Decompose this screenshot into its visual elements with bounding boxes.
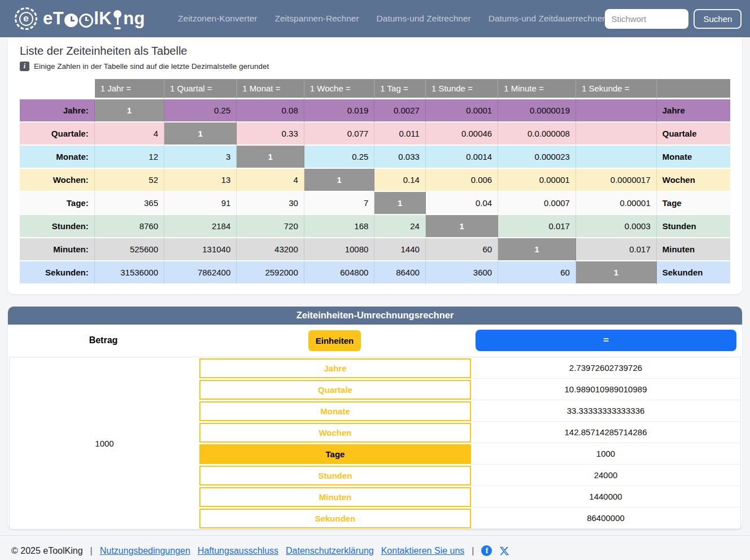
logo[interactable]: e eT lK ng (15, 7, 145, 30)
value-cell: 91 (164, 192, 237, 215)
converter-table: 1000 Jahre2.73972602739726Quartale10.989… (9, 357, 741, 530)
unit-option-monate[interactable]: Monate (199, 400, 471, 422)
nav-zeitzonen-konverter[interactable]: Zeitzonen-Konverter (178, 14, 257, 24)
nav-zeitspannen-rechner[interactable]: Zeitspannen-Rechner (275, 14, 359, 24)
units-row-quartale: Quartale:410.330.0770.0110.000460.0.0000… (20, 123, 730, 146)
facebook-icon[interactable]: f (481, 545, 492, 556)
search-button[interactable]: Suchen (694, 9, 742, 29)
value-cell: 0.33 (237, 123, 304, 146)
units-header-button[interactable]: Einheiten (308, 330, 361, 351)
value-cell (576, 99, 657, 123)
amount-value-field[interactable]: 1000 (10, 357, 199, 529)
value-cell: 0.0027 (374, 99, 426, 123)
link-kontaktieren-sie-uns[interactable]: Kontaktieren Sie uns (381, 546, 465, 556)
value-cell: 2184 (164, 215, 237, 238)
rounding-note: i Einige Zahlen in der Tabelle sind auf … (20, 62, 730, 71)
value-cell: 10080 (304, 238, 375, 261)
value-cell: 0.25 (304, 146, 375, 169)
unit-option-tage[interactable]: Tage (199, 443, 471, 465)
unit-option-stunden[interactable]: Stunden (199, 465, 471, 486)
units-row-minuten: Minuten:525600131040432001008014406010.0… (20, 238, 730, 261)
unit-option-quartale[interactable]: Quartale (199, 379, 471, 400)
row-label: Sekunden: (20, 261, 95, 285)
diagonal-cell: 1 (576, 261, 657, 285)
value-cell: 0.0014 (426, 146, 498, 169)
unit-label: Tage (657, 192, 730, 215)
column-header: 1 Woche = (304, 79, 375, 99)
value-cell: 13 (164, 169, 237, 192)
value-cell: 525600 (95, 238, 164, 261)
value-cell: 60 (426, 238, 498, 261)
unit-option-minuten[interactable]: Minuten (199, 486, 471, 508)
clock-filled-icon (64, 14, 78, 27)
row-label: Monate: (20, 146, 95, 169)
separator: | (472, 546, 474, 556)
value-cell: 52 (95, 169, 164, 192)
value-cell: 30 (237, 192, 304, 215)
unit-option-sekunden[interactable]: Sekunden (199, 508, 471, 529)
column-header: 1 Jahr = (95, 79, 164, 99)
column-header: 1 Minute = (498, 79, 576, 99)
value-cell: 0.00001 (576, 192, 657, 215)
unit-option-jahre[interactable]: Jahre (199, 357, 471, 379)
value-cell: 604800 (304, 261, 375, 285)
value-cell: 0.017 (498, 215, 576, 238)
units-row-wochen: Wochen:5213410.140.0060.000010.0000017Wo… (20, 169, 730, 192)
unit-label: Stunden (657, 215, 730, 238)
row-label: Jahre: (20, 99, 95, 123)
copyright-text: © 2025 eToolKing (11, 546, 83, 556)
right-header-cell (657, 79, 730, 99)
link-datenschutzerklaerung[interactable]: Datenschutzerklärung (286, 546, 374, 556)
link-nutzungsbedingungen[interactable]: Nutzungsbedingungen (100, 546, 190, 556)
brand-part: lK (94, 8, 112, 29)
converter-controls: Betrag Einheiten = (8, 325, 742, 357)
value-cell: 86400 (374, 261, 426, 285)
top-navbar: e eT lK ng Zeitzonen-Konverter Zeitspann… (0, 0, 750, 37)
row-label: Wochen: (20, 169, 95, 192)
column-header: 1 Tag = (374, 79, 426, 99)
nav-datums-und-zeitrechner[interactable]: Datums-und Zeitrechner (377, 14, 471, 24)
result-wochen: 142.85714285714286 (471, 422, 740, 443)
unit-label: Monate (657, 146, 730, 169)
units-table: 1 Jahr =1 Quartal =1 Monat =1 Woche =1 T… (20, 79, 730, 285)
value-cell: 1440 (374, 238, 426, 261)
value-cell: 31536000 (95, 261, 164, 285)
search-input[interactable] (605, 9, 688, 29)
result-monate: 33.33333333333336 (471, 400, 740, 422)
value-cell: 8760 (95, 215, 164, 238)
x-twitter-icon[interactable] (499, 546, 509, 556)
link-haftungsausschluss[interactable]: Haftungsausschluss (198, 546, 278, 556)
diagonal-cell: 1 (304, 169, 375, 192)
footer: © 2025 eToolKing | Nutzungsbedingungen H… (0, 535, 750, 560)
nav-datums-und-zeitdauerrechner[interactable]: Datums-und Zeitdauerrechner (489, 14, 605, 24)
value-cell: 0.0000017 (576, 169, 657, 192)
result-minuten: 1440000 (471, 486, 740, 508)
value-cell: 0.0.000008 (498, 123, 576, 146)
row-label: Minuten: (20, 238, 95, 261)
value-cell: 0.04 (426, 192, 498, 215)
value-cell: 43200 (237, 238, 304, 261)
unit-option-wochen[interactable]: Wochen (199, 422, 471, 443)
value-cell: 0.0000019 (498, 99, 576, 123)
diagonal-cell: 1 (374, 192, 426, 215)
row-label: Stunden: (20, 215, 95, 238)
value-cell: 0.00046 (426, 123, 498, 146)
diagonal-cell: 1 (237, 146, 304, 169)
value-cell: 0.017 (576, 238, 657, 261)
converter-title-bar: Zeiteinheiten-Umrechnungsrechner (8, 307, 742, 325)
value-cell: 4 (95, 123, 164, 146)
value-cell: 0.006 (426, 169, 498, 192)
amount-label: Betrag (8, 335, 199, 345)
value-cell: 168 (304, 215, 375, 238)
search-area: Suchen (605, 9, 742, 29)
value-cell: 0.000023 (498, 146, 576, 169)
clock-outline-icon (79, 14, 93, 28)
diagonal-cell: 1 (426, 215, 498, 238)
info-icon: i (20, 62, 29, 71)
equals-button[interactable]: = (476, 330, 736, 351)
corner-header-cell (20, 79, 95, 99)
value-cell: 0.00001 (498, 169, 576, 192)
value-cell: 3600 (426, 261, 498, 285)
result-jahre: 2.73972602739726 (471, 357, 740, 379)
brand-text: eT lK ng (43, 8, 145, 29)
